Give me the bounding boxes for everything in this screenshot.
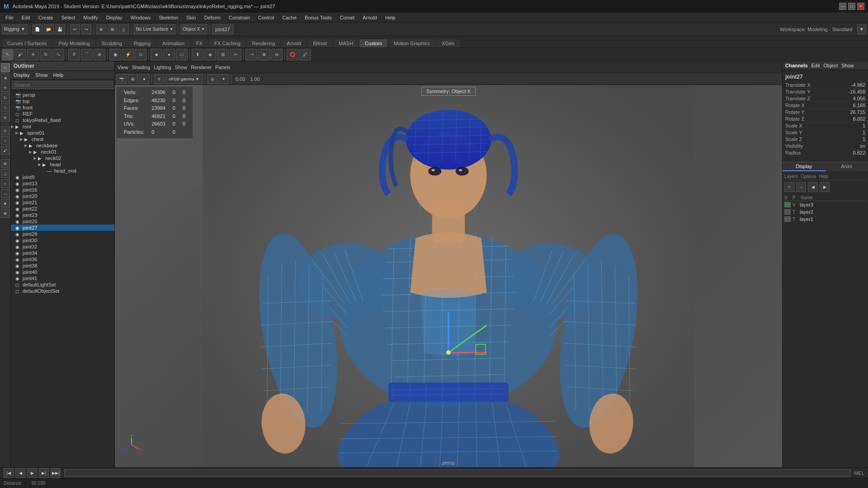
layer-name-1[interactable]: layer2: [800, 209, 813, 215]
vp-smooth-btn[interactable]: ●: [139, 74, 149, 84]
tree-item-neckbase[interactable]: ▶▶neckbase: [11, 142, 114, 149]
outliner-show-menu[interactable]: Show: [35, 72, 48, 78]
options-tab[interactable]: Options: [801, 174, 816, 179]
timeline[interactable]: [64, 469, 850, 477]
menu-item-help[interactable]: Help: [382, 14, 399, 21]
tree-arrow-neck01[interactable]: ▶: [29, 150, 33, 154]
channel-row-0[interactable]: Translate X-4.982: [784, 82, 866, 89]
channel-row-1[interactable]: Translate Y-16.458: [784, 89, 866, 95]
vp-xray[interactable]: ✦: [219, 74, 229, 84]
toolbar-new[interactable]: 📄: [33, 24, 42, 34]
toolbar-snap3[interactable]: △: [119, 24, 129, 34]
vp-grid-btn[interactable]: #: [154, 74, 164, 84]
wf-loop[interactable]: ⊞: [217, 49, 229, 61]
menu-item-file[interactable]: File: [2, 14, 17, 21]
layer-vis-1[interactable]: [784, 209, 791, 215]
tree-item-joint40[interactable]: ◉joint40: [11, 269, 114, 275]
wf-move[interactable]: ✛: [27, 49, 39, 61]
tree-item-joint21[interactable]: ◉joint21: [11, 199, 114, 206]
component-mode[interactable]: △: [1, 169, 10, 178]
tree-item-spine01[interactable]: ▶▶spine01: [11, 130, 114, 136]
close-btn[interactable]: ✕: [857, 3, 864, 10]
menu-item-windows[interactable]: Windows: [127, 14, 155, 21]
tree-item-head[interactable]: ▶▶head: [11, 161, 114, 168]
playback-end[interactable]: ▶▶|: [51, 468, 61, 478]
vp-lighting-menu[interactable]: Lighting: [154, 65, 171, 70]
wf-snap-point[interactable]: ⊕: [94, 49, 105, 61]
tab-arnold[interactable]: Arnold: [281, 39, 307, 47]
wf-poly-cube[interactable]: ■: [151, 49, 162, 61]
vertex-mode[interactable]: •: [1, 179, 10, 188]
layer-vis-0[interactable]: [784, 202, 791, 207]
tab-bifrost[interactable]: Bifrost: [307, 39, 332, 47]
tab-animation[interactable]: Animation: [157, 39, 190, 47]
tab-mash[interactable]: MASH: [333, 39, 359, 47]
menu-item-arnold[interactable]: Arnold: [359, 14, 381, 21]
tree-item-neck02[interactable]: ▶▶neck02: [11, 155, 114, 161]
tree-item-tokyoRebel_fixed[interactable]: ◻tokyoRebel_fixed: [11, 117, 114, 123]
tree-item-joint29[interactable]: ◉joint29: [11, 231, 114, 237]
tree-item-defaultObjectSet[interactable]: ◻defaultObjectSet: [11, 288, 114, 294]
tree-item-joint27[interactable]: ◉joint27: [11, 225, 114, 231]
tab-poly-modeling[interactable]: Poly Modeling: [53, 39, 95, 47]
uv-mode[interactable]: ⊠: [1, 209, 10, 218]
layer-name-2[interactable]: layer1: [800, 216, 813, 222]
layers-tab[interactable]: Layers: [784, 174, 798, 179]
tree-item-joint41[interactable]: ◉joint41: [11, 275, 114, 282]
toolbar-snap2[interactable]: ⊞: [108, 24, 118, 34]
channel-row-5[interactable]: Rotate Z8.002: [784, 116, 866, 122]
tree-item-joint22[interactable]: ◉joint22: [11, 206, 114, 212]
channel-row-7[interactable]: Scale Y1: [784, 129, 866, 136]
move-tool[interactable]: ✛: [1, 83, 10, 92]
edge-mode[interactable]: —: [1, 189, 10, 198]
tree-item-head_end[interactable]: —head_end: [11, 168, 114, 174]
no-live-surface-btn[interactable]: No Live Surface ▼: [134, 24, 175, 34]
tree-item-top[interactable]: 📷top: [11, 98, 114, 104]
tab-custom[interactable]: Custom: [359, 39, 387, 47]
tree-item-joint25[interactable]: ◉joint25: [11, 218, 114, 225]
wf-cluster[interactable]: ⊙: [135, 49, 146, 61]
tree-item-chest[interactable]: ▶▶chest: [11, 136, 114, 142]
toolbar-undo[interactable]: ↩: [70, 24, 80, 34]
tab-xgen[interactable]: XGen: [436, 39, 460, 47]
wf-poly-cyl[interactable]: ⬭: [176, 49, 188, 61]
scale-tool[interactable]: ⤡: [1, 103, 10, 112]
wf-snap-curve[interactable]: ⌒: [81, 49, 93, 61]
wf-poly-sphere[interactable]: ●: [163, 49, 175, 61]
tree-item-joint34[interactable]: ◉joint34: [11, 250, 114, 256]
tree-item-front[interactable]: 📷front: [11, 104, 114, 111]
anim-tab[interactable]: Anim: [826, 162, 868, 171]
tree-item-joint36[interactable]: ◉joint36: [11, 256, 114, 263]
tree-item-neck01[interactable]: ▶▶neck01: [11, 149, 114, 155]
toolbar-open[interactable]: 📂: [44, 24, 54, 34]
menu-item-modify[interactable]: Modify: [80, 14, 101, 21]
cb-show-tab[interactable]: Show: [841, 63, 854, 68]
tree-item-REF[interactable]: ◻REF: [11, 111, 114, 117]
wf-select[interactable]: ↖: [2, 49, 14, 61]
playback-next-frame[interactable]: ▶|: [39, 468, 49, 478]
tab-fx-caching[interactable]: FX Caching: [209, 39, 245, 47]
layer-nav-right[interactable]: ▶: [820, 182, 830, 192]
menu-item-comet[interactable]: Comet: [336, 14, 358, 21]
channel-row-3[interactable]: Rotate X6.168: [784, 102, 866, 109]
tree-item-joint23[interactable]: ◉joint23: [11, 212, 114, 218]
tree-item-joint30[interactable]: ◉joint30: [11, 237, 114, 244]
wf-combine[interactable]: ⊕: [258, 49, 270, 61]
channel-row-10[interactable]: Radius0.822: [784, 150, 866, 156]
workspace-dropdown[interactable]: ▼: [857, 24, 866, 34]
search-input[interactable]: [12, 81, 113, 89]
viewport-canvas[interactable]: 人人素材 RRCG 人人素材 RRCG: [115, 85, 782, 467]
vp-show-menu[interactable]: Show: [175, 65, 188, 70]
vp-wireframe-btn[interactable]: ⊞: [128, 74, 138, 84]
tree-item-persp[interactable]: 📷persp: [11, 92, 114, 98]
menu-item-constrain[interactable]: Constrain: [225, 14, 254, 21]
cb-edit-tab[interactable]: Edit: [811, 63, 820, 68]
outliner-display-menu[interactable]: Display: [14, 72, 30, 78]
tree-item-joint20[interactable]: ◉joint20: [11, 193, 114, 199]
show-manip[interactable]: ⊞: [1, 159, 10, 168]
tree-item-joint32[interactable]: ◉joint32: [11, 244, 114, 250]
display-tab[interactable]: Display: [783, 162, 826, 171]
tree-arrow-root[interactable]: ▶: [11, 124, 15, 129]
tab-fx[interactable]: FX: [191, 39, 208, 47]
vp-cam-btn[interactable]: 📷: [117, 74, 127, 84]
